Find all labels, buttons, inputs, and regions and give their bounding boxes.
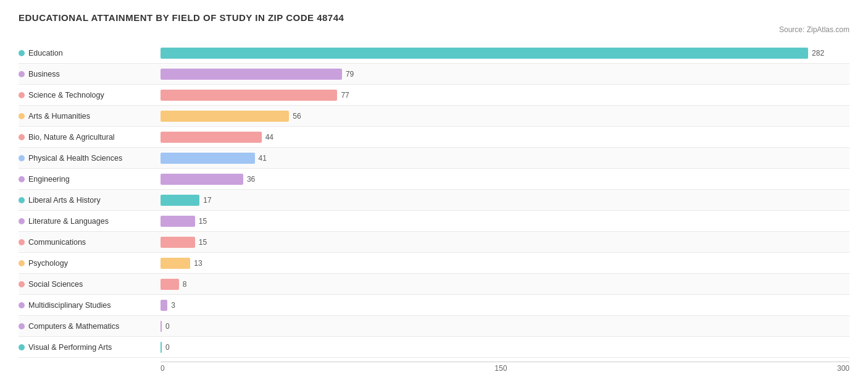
- bar-container: 41: [161, 151, 849, 165]
- bar-label: Science & Technology: [19, 91, 161, 100]
- bar-row: Visual & Performing Arts0: [19, 337, 849, 358]
- chart-area: Education282Business79Science & Technolo…: [19, 43, 849, 358]
- bar-fill: [161, 111, 289, 122]
- bar-value-label: 13: [194, 259, 202, 268]
- bar-label: Education: [19, 49, 161, 57]
- bar-container: 15: [161, 235, 849, 249]
- dot-icon: [19, 176, 25, 182]
- bar-fill: [161, 300, 167, 311]
- source-label: Source: ZipAtlas.com: [19, 25, 849, 34]
- bar-container: 15: [161, 214, 849, 228]
- bar-fill: [161, 69, 342, 80]
- bar-fill: [161, 195, 199, 206]
- dot-icon: [19, 302, 25, 308]
- bar-label-text: Bio, Nature & Agricultural: [28, 133, 115, 142]
- bar-container: 13: [161, 256, 849, 270]
- bar-container: 56: [161, 109, 849, 123]
- bar-label-text: Multidisciplinary Studies: [28, 301, 111, 310]
- bar-fill: [161, 174, 243, 185]
- chart-title: EDUCATIONAL ATTAINMENT BY FIELD OF STUDY…: [19, 12, 849, 23]
- bar-label-text: Physical & Health Sciences: [28, 154, 122, 163]
- bar-label: Engineering: [19, 175, 161, 184]
- bar-fill: [161, 216, 195, 227]
- bar-label-text: Engineering: [28, 175, 70, 184]
- bar-label: Physical & Health Sciences: [19, 154, 161, 163]
- dot-icon: [19, 281, 25, 287]
- bar-value-label: 282: [812, 49, 824, 57]
- bar-row: Social Sciences8: [19, 274, 849, 295]
- bar-label: Psychology: [19, 259, 161, 268]
- dot-icon: [19, 155, 25, 161]
- bar-value-label: 44: [265, 133, 273, 142]
- bar-fill: [161, 321, 162, 332]
- bar-fill: [161, 153, 255, 164]
- bar-row: Engineering36: [19, 169, 849, 190]
- bar-label: Liberal Arts & History: [19, 196, 161, 205]
- bar-container: 8: [161, 278, 849, 291]
- bar-label-text: Psychology: [28, 259, 68, 268]
- bar-row: Science & Technology77: [19, 85, 849, 106]
- bar-container: 0: [161, 320, 849, 333]
- bar-value-label: 3: [171, 301, 175, 310]
- bar-value-label: 0: [165, 322, 170, 331]
- bar-row: Business79: [19, 64, 849, 85]
- bar-label-text: Arts & Humanities: [28, 112, 90, 121]
- bar-label: Social Sciences: [19, 280, 161, 289]
- dot-icon: [19, 239, 25, 245]
- bar-row: Computers & Mathematics0: [19, 316, 849, 337]
- bar-value-label: 17: [203, 196, 211, 205]
- dot-icon: [19, 197, 25, 203]
- dot-icon: [19, 50, 25, 56]
- bar-fill: [161, 132, 262, 143]
- bar-value-label: 36: [247, 175, 255, 184]
- bar-label: Multidisciplinary Studies: [19, 301, 161, 310]
- bar-row: Psychology13: [19, 253, 849, 274]
- dot-icon: [19, 71, 25, 77]
- bar-row: Arts & Humanities56: [19, 106, 849, 127]
- bar-label-text: Computers & Mathematics: [28, 322, 119, 331]
- bar-container: 79: [161, 67, 849, 81]
- x-axis-tick: 300: [837, 362, 849, 373]
- bar-value-label: 41: [259, 154, 267, 163]
- bar-container: 44: [161, 130, 849, 144]
- bar-row: Communications15: [19, 232, 849, 253]
- x-axis: 0150300: [161, 362, 849, 373]
- bar-label-text: Visual & Performing Arts: [28, 343, 112, 352]
- bar-label: Arts & Humanities: [19, 112, 161, 121]
- dot-icon: [19, 92, 25, 98]
- bar-value-label: 0: [165, 343, 170, 352]
- bar-row: Literature & Languages15: [19, 211, 849, 232]
- bar-label-text: Literature & Languages: [28, 217, 109, 226]
- bar-label: Communications: [19, 238, 161, 247]
- dot-icon: [19, 260, 25, 266]
- bar-fill: [161, 258, 190, 269]
- bar-fill: [161, 279, 179, 290]
- dot-icon: [19, 113, 25, 119]
- bar-row: Education282: [19, 43, 849, 64]
- bar-row: Multidisciplinary Studies3: [19, 295, 849, 316]
- dot-icon: [19, 344, 25, 350]
- dot-icon: [19, 134, 25, 140]
- bar-label-text: Science & Technology: [28, 91, 104, 100]
- x-axis-tick: 0: [161, 362, 165, 373]
- dot-icon: [19, 323, 25, 329]
- bar-label: Bio, Nature & Agricultural: [19, 133, 161, 142]
- bar-label-text: Social Sciences: [28, 280, 83, 289]
- bar-label: Literature & Languages: [19, 217, 161, 226]
- bar-label: Visual & Performing Arts: [19, 343, 161, 352]
- x-axis-tick: 150: [495, 362, 507, 373]
- bar-container: 0: [161, 341, 849, 354]
- bar-value-label: 79: [346, 70, 354, 78]
- bar-label-text: Liberal Arts & History: [28, 196, 101, 205]
- bar-fill: [161, 48, 808, 59]
- bar-row: Physical & Health Sciences41: [19, 148, 849, 169]
- bar-value-label: 8: [183, 280, 187, 289]
- bar-label-text: Education: [28, 49, 63, 57]
- bar-label-text: Communications: [28, 238, 86, 247]
- bar-container: 3: [161, 299, 849, 312]
- bar-row: Liberal Arts & History17: [19, 190, 849, 211]
- bar-label: Computers & Mathematics: [19, 322, 161, 331]
- bar-container: 282: [161, 46, 849, 60]
- bar-label: Business: [19, 70, 161, 78]
- bar-fill: [161, 90, 337, 101]
